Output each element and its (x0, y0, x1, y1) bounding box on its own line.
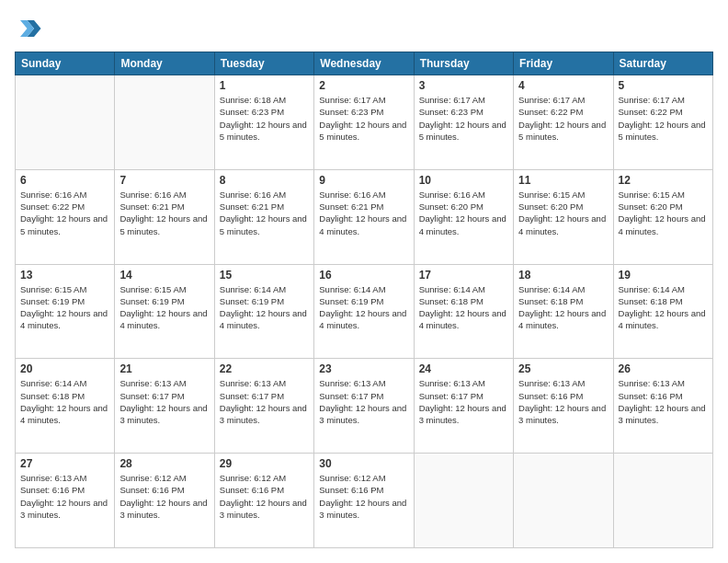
calendar-cell: 6Sunrise: 6:16 AM Sunset: 6:22 PM Daylig… (16, 169, 115, 264)
day-info: Sunrise: 6:15 AM Sunset: 6:19 PM Dayligh… (20, 283, 109, 332)
day-number: 1 (220, 79, 309, 92)
weekday-header-monday: Monday (115, 52, 214, 75)
day-number: 14 (119, 269, 209, 282)
calendar-cell: 12Sunrise: 6:15 AM Sunset: 6:20 PM Dayli… (613, 169, 712, 264)
calendar-row-2: 13Sunrise: 6:15 AM Sunset: 6:19 PM Dayli… (16, 264, 713, 359)
page: SundayMondayTuesdayWednesdayThursdayFrid… (0, 0, 728, 563)
calendar-cell: 25Sunrise: 6:13 AM Sunset: 6:16 PM Dayli… (514, 359, 613, 454)
day-info: Sunrise: 6:16 AM Sunset: 6:21 PM Dayligh… (220, 189, 309, 237)
calendar-cell (115, 75, 214, 170)
day-info: Sunrise: 6:16 AM Sunset: 6:21 PM Dayligh… (119, 189, 209, 237)
calendar-cell: 11Sunrise: 6:15 AM Sunset: 6:20 PM Dayli… (514, 169, 613, 264)
weekday-header-row: SundayMondayTuesdayWednesdayThursdayFrid… (16, 52, 713, 75)
day-number: 28 (119, 457, 209, 470)
calendar-cell: 4Sunrise: 6:17 AM Sunset: 6:22 PM Daylig… (514, 75, 613, 170)
calendar-cell: 16Sunrise: 6:14 AM Sunset: 6:19 PM Dayli… (314, 264, 414, 359)
calendar-cell: 18Sunrise: 6:14 AM Sunset: 6:18 PM Dayli… (514, 264, 613, 359)
calendar-cell: 28Sunrise: 6:12 AM Sunset: 6:16 PM Dayli… (115, 454, 214, 548)
day-number: 20 (20, 362, 109, 375)
day-info: Sunrise: 6:15 AM Sunset: 6:20 PM Dayligh… (619, 189, 708, 237)
calendar-cell: 3Sunrise: 6:17 AM Sunset: 6:23 PM Daylig… (414, 75, 513, 170)
day-info: Sunrise: 6:18 AM Sunset: 6:23 PM Dayligh… (220, 94, 309, 143)
day-number: 15 (220, 269, 309, 282)
day-info: Sunrise: 6:16 AM Sunset: 6:21 PM Dayligh… (319, 189, 408, 237)
day-number: 18 (518, 269, 608, 282)
day-number: 26 (619, 362, 708, 375)
calendar-cell: 22Sunrise: 6:13 AM Sunset: 6:17 PM Dayli… (214, 359, 313, 454)
day-number: 4 (518, 79, 608, 92)
calendar-cell: 15Sunrise: 6:14 AM Sunset: 6:19 PM Dayli… (214, 264, 313, 359)
weekday-header-tuesday: Tuesday (214, 52, 313, 75)
calendar-cell: 9Sunrise: 6:16 AM Sunset: 6:21 PM Daylig… (314, 169, 414, 264)
day-number: 9 (319, 174, 408, 187)
weekday-header-sunday: Sunday (16, 52, 115, 75)
day-info: Sunrise: 6:15 AM Sunset: 6:19 PM Dayligh… (119, 283, 209, 332)
day-number: 10 (419, 174, 508, 187)
day-number: 23 (319, 362, 408, 375)
day-info: Sunrise: 6:13 AM Sunset: 6:16 PM Dayligh… (20, 472, 109, 521)
day-number: 22 (220, 362, 309, 375)
day-info: Sunrise: 6:17 AM Sunset: 6:22 PM Dayligh… (518, 94, 608, 143)
weekday-header-thursday: Thursday (414, 52, 513, 75)
day-number: 8 (220, 174, 309, 187)
day-number: 16 (319, 269, 408, 282)
calendar-cell: 14Sunrise: 6:15 AM Sunset: 6:19 PM Dayli… (115, 264, 214, 359)
day-info: Sunrise: 6:17 AM Sunset: 6:23 PM Dayligh… (319, 94, 408, 143)
day-number: 17 (419, 269, 508, 282)
day-number: 12 (619, 174, 708, 187)
logo-icon (15, 15, 42, 42)
day-info: Sunrise: 6:16 AM Sunset: 6:22 PM Dayligh… (20, 189, 109, 237)
day-number: 6 (20, 174, 109, 187)
day-number: 29 (220, 457, 309, 470)
calendar-cell: 21Sunrise: 6:13 AM Sunset: 6:17 PM Dayli… (115, 359, 214, 454)
day-number: 5 (619, 79, 708, 92)
calendar-cell: 13Sunrise: 6:15 AM Sunset: 6:19 PM Dayli… (16, 264, 115, 359)
day-number: 30 (319, 457, 408, 470)
weekday-header-friday: Friday (514, 52, 613, 75)
calendar-cell: 30Sunrise: 6:12 AM Sunset: 6:16 PM Dayli… (314, 454, 414, 548)
calendar-cell (16, 75, 115, 170)
calendar: SundayMondayTuesdayWednesdayThursdayFrid… (15, 52, 713, 548)
day-info: Sunrise: 6:15 AM Sunset: 6:20 PM Dayligh… (518, 189, 608, 237)
day-info: Sunrise: 6:13 AM Sunset: 6:17 PM Dayligh… (119, 377, 209, 426)
calendar-cell: 26Sunrise: 6:13 AM Sunset: 6:16 PM Dayli… (613, 359, 712, 454)
day-info: Sunrise: 6:14 AM Sunset: 6:19 PM Dayligh… (220, 283, 309, 332)
calendar-cell: 19Sunrise: 6:14 AM Sunset: 6:18 PM Dayli… (613, 264, 712, 359)
day-info: Sunrise: 6:12 AM Sunset: 6:16 PM Dayligh… (220, 472, 309, 521)
logo (15, 15, 46, 42)
day-info: Sunrise: 6:12 AM Sunset: 6:16 PM Dayligh… (319, 472, 408, 521)
day-number: 7 (119, 174, 209, 187)
day-number: 11 (518, 174, 608, 187)
day-info: Sunrise: 6:14 AM Sunset: 6:18 PM Dayligh… (419, 283, 508, 332)
day-info: Sunrise: 6:13 AM Sunset: 6:17 PM Dayligh… (419, 377, 508, 426)
day-number: 13 (20, 269, 109, 282)
weekday-header-wednesday: Wednesday (314, 52, 414, 75)
day-info: Sunrise: 6:16 AM Sunset: 6:20 PM Dayligh… (419, 189, 508, 237)
calendar-cell (414, 454, 513, 548)
header (15, 15, 713, 42)
calendar-row-1: 6Sunrise: 6:16 AM Sunset: 6:22 PM Daylig… (16, 169, 713, 264)
day-info: Sunrise: 6:14 AM Sunset: 6:18 PM Dayligh… (619, 283, 708, 332)
calendar-cell: 7Sunrise: 6:16 AM Sunset: 6:21 PM Daylig… (115, 169, 214, 264)
day-info: Sunrise: 6:12 AM Sunset: 6:16 PM Dayligh… (119, 472, 209, 521)
day-number: 3 (419, 79, 508, 92)
day-number: 19 (619, 269, 708, 282)
day-info: Sunrise: 6:13 AM Sunset: 6:17 PM Dayligh… (220, 377, 309, 426)
weekday-header-saturday: Saturday (613, 52, 712, 75)
calendar-cell: 8Sunrise: 6:16 AM Sunset: 6:21 PM Daylig… (214, 169, 313, 264)
day-info: Sunrise: 6:14 AM Sunset: 6:18 PM Dayligh… (20, 377, 109, 426)
calendar-cell (613, 454, 712, 548)
calendar-cell: 5Sunrise: 6:17 AM Sunset: 6:22 PM Daylig… (613, 75, 712, 170)
day-number: 2 (319, 79, 408, 92)
calendar-cell: 10Sunrise: 6:16 AM Sunset: 6:20 PM Dayli… (414, 169, 513, 264)
day-info: Sunrise: 6:14 AM Sunset: 6:18 PM Dayligh… (518, 283, 608, 332)
calendar-cell (514, 454, 613, 548)
calendar-cell: 1Sunrise: 6:18 AM Sunset: 6:23 PM Daylig… (214, 75, 313, 170)
calendar-row-4: 27Sunrise: 6:13 AM Sunset: 6:16 PM Dayli… (16, 454, 713, 548)
calendar-cell: 27Sunrise: 6:13 AM Sunset: 6:16 PM Dayli… (16, 454, 115, 548)
calendar-cell: 17Sunrise: 6:14 AM Sunset: 6:18 PM Dayli… (414, 264, 513, 359)
day-info: Sunrise: 6:13 AM Sunset: 6:16 PM Dayligh… (518, 377, 608, 426)
calendar-cell: 23Sunrise: 6:13 AM Sunset: 6:17 PM Dayli… (314, 359, 414, 454)
day-info: Sunrise: 6:14 AM Sunset: 6:19 PM Dayligh… (319, 283, 408, 332)
calendar-cell: 20Sunrise: 6:14 AM Sunset: 6:18 PM Dayli… (16, 359, 115, 454)
